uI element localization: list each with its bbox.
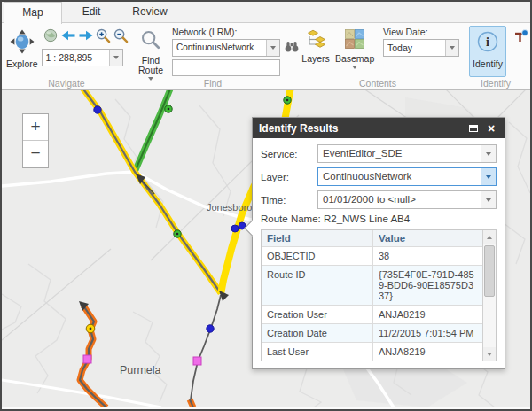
table-row[interactable]: Creation User ANJA8219 (262, 305, 482, 323)
blue-point-marker (231, 225, 239, 232)
network-dropdown-button[interactable] (266, 40, 279, 56)
popup-body: Service: EventEditor_SDE Layer: Continuo… (253, 138, 505, 368)
table-row[interactable]: Last User ANJA8219 (262, 342, 482, 361)
service-combobox[interactable]: EventEditor_SDE (317, 144, 497, 163)
close-icon: × (488, 122, 495, 135)
app-window: Map Edit Review (0, 0, 532, 411)
layer-dropdown-button[interactable] (481, 168, 496, 185)
chevron-down-icon (113, 56, 119, 59)
scroll-up-button[interactable] (483, 230, 496, 244)
chevron-down-icon (486, 152, 491, 156)
service-dropdown-button[interactable] (481, 145, 496, 162)
table-row[interactable]: OBJECTID 38 (262, 246, 482, 265)
zoom-out-icon[interactable] (113, 27, 130, 44)
table-row[interactable]: Route ID {735E4F0E-791D-4859-BDD6-90E185… (262, 265, 482, 305)
group-label-find: Find (131, 78, 294, 89)
route-green[interactable] (135, 90, 171, 172)
scroll-down-button[interactable] (483, 347, 496, 361)
route-orange-tail[interactable] (190, 399, 193, 407)
scrollbar-thumb[interactable] (484, 245, 495, 297)
basemap-icon (345, 29, 364, 52)
group-find: Find Route Network (LRM): ContinuousNetw… (131, 23, 294, 89)
tab-review[interactable]: Review (121, 2, 179, 23)
map-scale-value: 1 : 288,895 (43, 50, 109, 66)
green-point-marker (174, 230, 181, 237)
find-route-button[interactable]: Find Route (135, 26, 167, 77)
layer-label: Layer: (261, 172, 317, 182)
table-scrollbar[interactable] (482, 230, 496, 361)
map-zoom-control: + − (22, 113, 49, 168)
network-value: ContinuousNetwork (173, 40, 266, 56)
ribbon: Explore (2, 23, 530, 90)
identify-route-locations-icon[interactable] (513, 29, 528, 47)
table-header-row: Field Value (262, 230, 482, 246)
popup-maximize-button[interactable] (466, 121, 481, 136)
identify-icon: i (475, 29, 500, 58)
maximize-icon (469, 125, 478, 132)
back-extent-icon[interactable] (59, 27, 77, 44)
forward-extent-icon[interactable] (77, 27, 95, 44)
layer-combobox[interactable]: ContinuousNetwork (317, 167, 497, 186)
route-name-value: R2_NWS Line AB4 (324, 213, 410, 224)
svg-text:i: i (486, 35, 489, 49)
view-date-combobox[interactable]: Today (383, 39, 459, 57)
identify-button[interactable]: i Identify (469, 26, 506, 77)
basemap-button[interactable]: Basemap (333, 26, 376, 77)
network-combobox[interactable]: ContinuousNetwork (172, 39, 280, 57)
map-scale-combobox[interactable]: 1 : 288,895 (42, 49, 123, 66)
chevron-down-icon (486, 175, 491, 179)
pink-square-marker (193, 357, 201, 365)
triangle-down-icon (487, 353, 492, 356)
view-date-dropdown-button[interactable] (445, 40, 458, 56)
view-date-value: Today (384, 40, 445, 56)
time-combobox[interactable]: 01/01/2000 to <null> (317, 190, 497, 209)
scale-dropdown-button[interactable] (109, 50, 122, 66)
explore-icon (10, 29, 35, 58)
find-route-label: Find Route (136, 56, 166, 75)
route-gray[interactable] (191, 291, 229, 407)
group-contents: Layers (294, 23, 461, 89)
yellow-ring-marker (86, 324, 95, 333)
green-point-marker (165, 105, 172, 112)
map-zoom-out-button[interactable]: − (23, 141, 48, 167)
column-header-field: Field (262, 230, 373, 246)
route-orange[interactable] (79, 301, 106, 407)
service-label: Service: (261, 149, 317, 159)
triangle-up-icon (487, 236, 492, 239)
group-label-identify: Identify (461, 78, 530, 89)
place-label-purmela: Purmela (120, 364, 161, 376)
group-navigate: Explore (2, 23, 131, 89)
layers-label: Layers (301, 54, 330, 64)
map-canvas[interactable]: Jonesboro Purmela + − Identify Results ×… (2, 90, 530, 407)
table-row[interactable]: Creation Date 11/2/2015 7:01:54 PM (262, 323, 482, 342)
ribbon-tabbar: Map Edit Review (2, 2, 530, 23)
green-point-marker (284, 97, 291, 104)
popup-title: Identify Results (259, 122, 463, 135)
layer-value: ContinuousNetwork (318, 168, 481, 185)
time-value: 01/01/2000 to <null> (318, 191, 481, 208)
layers-button[interactable]: Layers (298, 26, 333, 77)
group-label-contents: Contents (294, 78, 461, 89)
chevron-down-icon (486, 198, 491, 202)
popup-close-button[interactable]: × (484, 121, 498, 136)
zoom-in-icon[interactable] (95, 27, 113, 44)
time-dropdown-button[interactable] (481, 191, 496, 208)
full-extent-globe-icon[interactable] (42, 27, 59, 44)
route-name-label: Route Name: (261, 213, 321, 224)
map-zoom-in-button[interactable]: + (23, 114, 48, 141)
attributes-table: Field Value OBJECTID 38 Route ID {735E4F… (261, 229, 497, 361)
group-label-navigate: Navigate (2, 78, 131, 89)
layers-icon (305, 29, 326, 52)
group-identify: i Identify Identify (461, 23, 530, 89)
chevron-down-icon (450, 46, 455, 50)
popup-titlebar[interactable]: Identify Results × (253, 118, 505, 138)
route-selected-yellow[interactable] (82, 90, 221, 293)
basemap-label: Basemap (335, 54, 374, 64)
time-label: Time: (261, 195, 317, 206)
explore-button[interactable]: Explore (5, 26, 39, 77)
column-header-value: Value (373, 230, 482, 246)
tab-map[interactable]: Map (4, 2, 62, 24)
blue-point-marker (94, 106, 101, 113)
tab-edit[interactable]: Edit (62, 2, 121, 23)
route-search-input[interactable] (172, 59, 280, 76)
